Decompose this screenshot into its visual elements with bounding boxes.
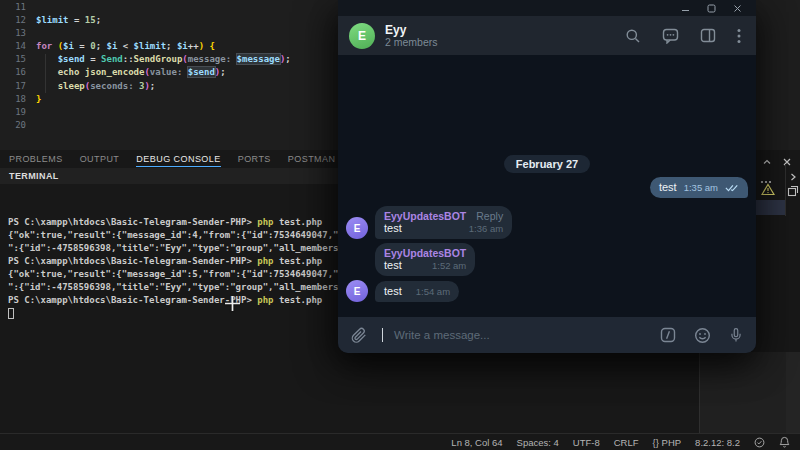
status-eol[interactable]: CRLF	[614, 437, 639, 448]
message-text-row: test1:54 am	[384, 285, 450, 297]
panel-tab-problems[interactable]: PROBLEMS	[9, 154, 63, 164]
line-number: 11	[0, 1, 26, 14]
telegram-titlebar[interactable]	[338, 0, 756, 16]
incoming-message-row: Etest1:54 am	[338, 280, 756, 302]
indent-guide	[45, 54, 46, 93]
status-php-version[interactable]: 8.2.12: 8.2	[695, 437, 740, 448]
double-check-icon	[725, 183, 739, 192]
panel-tab-output[interactable]: OUTPUT	[80, 154, 120, 164]
line-number: 20	[0, 119, 26, 132]
terminal-list-selected-item[interactable]	[756, 200, 785, 215]
chat-header-actions	[625, 28, 756, 44]
warning-icon	[761, 182, 775, 200]
outgoing-message-row: test1:35 am	[338, 177, 756, 198]
divider	[699, 352, 700, 433]
emoji-icon[interactable]	[694, 327, 711, 344]
bot-commands-icon[interactable]	[660, 327, 676, 343]
message-text: test	[659, 181, 677, 193]
incoming-message[interactable]: test1:54 am	[375, 281, 459, 302]
status-items: Ln 8, Col 64Spaces: 4UTF-8CRLF{} PHP8.2.…	[451, 437, 740, 448]
message-time: 1:35 am	[684, 182, 718, 193]
code-text: echo json_encode(value: $send);	[36, 66, 226, 79]
line-number: 14	[0, 40, 26, 53]
kebab-menu-icon[interactable]	[737, 28, 741, 44]
check-circle-icon[interactable]	[754, 437, 765, 448]
status-language-mode[interactable]: {} PHP	[653, 437, 682, 448]
panel-tab-ports[interactable]: PORTS	[238, 154, 271, 164]
panel-tab-debug-console[interactable]: DEBUG CONSOLE	[136, 154, 220, 164]
panel-background	[700, 352, 800, 433]
group-avatar[interactable]: E	[349, 23, 375, 49]
mouse-crosshair-cursor	[224, 295, 241, 316]
message-name-row: EyyUpdatesBOTReply	[384, 210, 503, 222]
search-icon[interactable]	[625, 28, 641, 44]
code-text: $limit = 15;	[36, 14, 101, 27]
microphone-icon[interactable]	[729, 326, 743, 344]
message-text: test	[384, 222, 402, 234]
line-number: 18	[0, 93, 26, 106]
incoming-message-row: EyyUpdatesBOTtest1:52 am	[338, 243, 756, 276]
telegram-window: E Eyy 2 members February 27test	[338, 0, 756, 353]
chat-members-count: 2 members	[385, 37, 438, 48]
line-number: 16	[0, 66, 26, 79]
message-time: 1:54 am	[416, 286, 450, 297]
message-name-row: EyyUpdatesBOT	[384, 247, 466, 259]
status-cursor-position[interactable]: Ln 8, Col 64	[451, 437, 502, 448]
incoming-message-row: EEyyUpdatesBOTReplytest1:36 am	[338, 206, 756, 239]
panel-maximize-button[interactable]	[762, 153, 772, 171]
message-input-bar: Write a message...	[338, 317, 756, 353]
maximize-icon[interactable]	[707, 4, 716, 13]
outgoing-message[interactable]: test1:35 am	[650, 177, 748, 198]
line-number: 13	[0, 27, 26, 40]
code-text: sleep(seconds: 3);	[36, 80, 155, 93]
chat-title: Eyy	[385, 24, 438, 36]
divider	[785, 164, 786, 216]
message-text-row: test1:52 am	[384, 259, 466, 271]
screen: 1112$limit = 15;1314for ($i = 0; $i < $l…	[0, 0, 800, 450]
terminal-cursor	[8, 308, 14, 319]
sender-name[interactable]: EyyUpdatesBOT	[384, 210, 466, 222]
chat-header[interactable]: E Eyy 2 members	[338, 16, 756, 55]
text-caret	[382, 328, 383, 342]
message-text: test	[384, 259, 402, 271]
code-text: $send = Send::SendGroup(message: $messag…	[36, 53, 291, 66]
status-indentation[interactable]: Spaces: 4	[517, 437, 559, 448]
date-separator: February 27	[504, 155, 590, 173]
panel-background	[786, 352, 800, 433]
paperclip-icon[interactable]	[351, 327, 367, 344]
date-separator-row: February 27	[338, 155, 756, 173]
code-text: for ($i = 0; $i < $limit; $i++) {	[36, 40, 215, 53]
message-text-row: test1:36 am	[384, 222, 503, 234]
sender-avatar[interactable]: E	[346, 280, 368, 302]
line-number: 15	[0, 53, 26, 66]
chat-header-text: Eyy 2 members	[385, 24, 438, 48]
reply-link[interactable]: Reply	[476, 210, 503, 222]
message-time: 1:52 am	[432, 260, 466, 271]
line-number: 17	[0, 80, 26, 93]
bell-icon[interactable]	[779, 436, 790, 448]
sender-avatar[interactable]: E	[346, 217, 368, 239]
message-time: 1:36 am	[469, 223, 503, 234]
restore-icon[interactable]	[787, 183, 799, 201]
sidebar-toggle-icon[interactable]	[700, 28, 716, 43]
incoming-message[interactable]: EyyUpdatesBOTReplytest1:36 am	[375, 206, 512, 239]
sender-name[interactable]: EyyUpdatesBOT	[384, 247, 466, 259]
status-bar: Ln 8, Col 64Spaces: 4UTF-8CRLF{} PHP8.2.…	[0, 433, 800, 450]
status-encoding[interactable]: UTF-8	[573, 437, 600, 448]
discussion-icon[interactable]	[662, 28, 679, 44]
line-number: 19	[0, 106, 26, 119]
message-input[interactable]: Write a message...	[394, 329, 642, 341]
minimize-icon[interactable]	[681, 4, 690, 13]
line-number: 12	[0, 14, 26, 27]
chat-message-area: February 27test1:35 amEEyyUpdatesBOTRepl…	[338, 55, 756, 317]
message-text: test	[384, 285, 402, 297]
incoming-message[interactable]: EyyUpdatesBOTtest1:52 am	[375, 243, 475, 276]
code-text: }	[36, 93, 41, 106]
close-icon[interactable]	[733, 4, 742, 13]
